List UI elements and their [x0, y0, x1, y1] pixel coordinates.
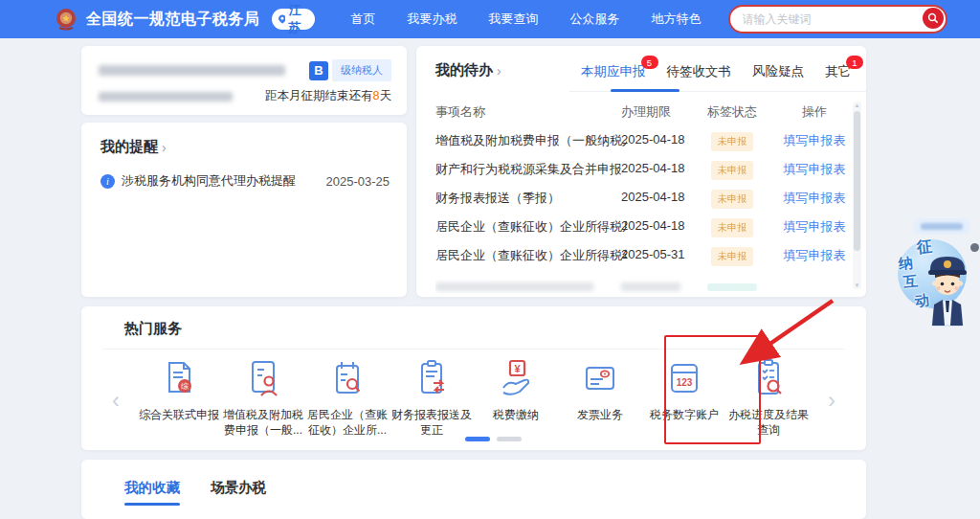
my-reminders-card: 我的提醒 › i 涉税服务机构同意代理办税提醒 2025-03-25 — [81, 123, 407, 297]
my-todo-card: 我的待办 › 本期应申报 5 待签收文书 风险疑点 其它 1 事项名称 办理期限… — [416, 46, 866, 297]
fill-declaration-link[interactable]: 填写申报表 — [784, 162, 846, 176]
document-seal-icon: 综 — [157, 356, 201, 400]
tab-my-favorites[interactable]: 我的收藏 — [124, 479, 180, 497]
interaction-assistant-widget[interactable]: 征 纳 互 动 — [890, 213, 980, 329]
favorites-tabs: 我的收藏 场景办税 — [124, 479, 266, 497]
item-name: 增值税及附加税费申报（一般纳税人... — [435, 132, 627, 149]
action-cell: 填写申报表 — [768, 132, 860, 149]
tax-bureau-emblem-icon — [54, 7, 78, 32]
action-cell: 填写申报表 — [768, 218, 860, 236]
search-input[interactable] — [741, 11, 946, 27]
reminder-label: 涉税服务机构同意代理办税提醒 — [122, 172, 296, 190]
status-badge: 未申报 — [711, 132, 753, 151]
assistant-chat-bubble[interactable] — [913, 218, 970, 235]
status-cell: 未申报 — [694, 247, 770, 266]
todo-tabs: 本期应申报 5 待签收文书 风险疑点 其它 1 — [581, 63, 851, 80]
calendar-search-icon — [325, 356, 369, 400]
scrollbar-thumb[interactable] — [854, 111, 860, 251]
table-row: 财产和行为税税源采集及合并申报 2025-04-18 未申报 填写申报表 — [416, 161, 866, 188]
assistant-char: 纳 — [898, 254, 914, 273]
nav-item-handle-tax[interactable]: 我要办税 — [408, 11, 457, 28]
item-name: 财产和行为税税源采集及合并申报 — [435, 161, 627, 178]
clipboard-swap-icon — [410, 356, 454, 400]
tab-badge-count: 5 — [641, 56, 658, 69]
fill-declaration-link[interactable]: 填写申报表 — [784, 191, 846, 205]
fill-declaration-link[interactable]: 填写申报表 — [784, 133, 846, 147]
todo-title: 我的待办 — [435, 61, 493, 79]
carousel-dots — [465, 437, 522, 441]
nav-item-public-service[interactable]: 公众服务 — [570, 11, 620, 28]
col-status: 标签状态 — [694, 103, 770, 121]
service-vat-declaration[interactable]: 增值税及附加税费申报（一般... — [221, 356, 305, 438]
reminder-item[interactable]: i 涉税服务机构同意代理办税提醒 2025-03-25 — [100, 172, 390, 190]
status-badge: 未申报 — [711, 247, 753, 266]
location-selector[interactable]: 江苏 — [272, 9, 315, 30]
credit-grade-badge: B — [309, 61, 328, 80]
action-cell: 填写申报表 — [768, 247, 860, 264]
credit-grade-label: 级纳税人 — [332, 59, 391, 81]
reminders-title: 我的提醒 — [100, 138, 158, 156]
tab-others[interactable]: 其它 1 — [825, 63, 851, 80]
active-tab-indicator — [124, 503, 180, 506]
fill-declaration-link[interactable]: 填写申报表 — [784, 248, 846, 262]
carousel-dot[interactable] — [497, 437, 522, 441]
action-cell: 填写申报表 — [768, 190, 860, 207]
filing-deadline-text: 距本月征期结束还有8天 — [265, 88, 391, 104]
scroll-down-icon[interactable]: ▼ — [853, 282, 861, 288]
main-nav: 首页 我要办税 我要查询 公众服务 地方特色 — [351, 11, 702, 28]
chevron-right-icon[interactable]: › — [162, 140, 167, 155]
etax-portal-page: 全国统一规范电子税务局 江苏 首页 我要办税 我要查询 公众服务 地方特色 — [0, 0, 980, 519]
tab-current-declarations[interactable]: 本期应申报 5 — [581, 63, 646, 80]
service-digital-tax-account[interactable]: 123 税务数字账户 — [642, 356, 726, 438]
scroll-up-icon[interactable]: ▲ — [853, 102, 861, 108]
nav-item-local-features[interactable]: 地方特色 — [652, 11, 702, 28]
services-carousel: 综 综合关联式申报 增值税及附加税费申报（一般... — [137, 356, 811, 438]
service-comprehensive-declaration[interactable]: 综 综合关联式申报 — [137, 356, 221, 438]
tab-documents-to-sign[interactable]: 待签收文书 — [667, 63, 732, 80]
service-progress-result-query[interactable]: 办税进度及结果查询 — [726, 356, 811, 438]
nav-item-query[interactable]: 我要查询 — [489, 11, 539, 28]
svg-text:123: 123 — [677, 377, 693, 388]
status-badge: 未申报 — [711, 218, 753, 237]
tab-scenario-tax[interactable]: 场景办税 — [211, 479, 266, 497]
invoice-stamp-icon — [578, 356, 622, 400]
item-name-redacted — [435, 280, 627, 294]
taxpayer-info-card: B 级纳税人 距本月征期结束还有8天 — [81, 46, 407, 115]
search-button[interactable] — [923, 8, 944, 29]
digital-account-icon: 123 — [662, 356, 706, 400]
table-row-partial — [416, 280, 866, 297]
status-cell: 未申报 — [694, 218, 770, 237]
chevron-right-icon[interactable]: › — [497, 63, 501, 79]
carousel-left-icon[interactable]: ‹ — [112, 389, 120, 412]
item-name: 居民企业（查账征收）企业所得税年... — [435, 247, 627, 264]
table-row: 居民企业（查账征收）企业所得税月... 2025-04-18 未申报 填写申报表 — [416, 218, 866, 245]
service-invoice-business[interactable]: 发票业务 — [558, 356, 642, 438]
assistant-collapse-button[interactable] — [970, 243, 979, 252]
active-tab-indicator — [611, 89, 679, 92]
favorites-card: 我的收藏 场景办税 — [81, 460, 866, 519]
table-scrollbar[interactable]: ▲ ▼ — [853, 102, 861, 289]
table-row: 财务报表报送（季报） 2025-04-18 未申报 填写申报表 — [416, 190, 866, 216]
service-resident-enterprise-income-tax[interactable]: 居民企业（查账征收）企业所... — [305, 356, 390, 438]
company-name-redacted — [99, 65, 285, 76]
top-navigation-bar: 全国统一规范电子税务局 江苏 首页 我要办税 我要查询 公众服务 地方特色 — [0, 0, 980, 38]
carousel-dot-active[interactable] — [465, 437, 490, 441]
service-financial-statements[interactable]: 财务报表报送及更正 — [390, 356, 474, 438]
service-tax-payment[interactable]: ¥ 税费缴纳 — [474, 356, 558, 438]
item-name: 财务报表报送（季报） — [435, 190, 627, 207]
reminder-date: 2025-03-25 — [326, 174, 390, 189]
search-box — [728, 5, 947, 34]
tab-risk-points[interactable]: 风险疑点 — [752, 63, 804, 80]
nav-item-home[interactable]: 首页 — [351, 11, 376, 28]
action-cell: 填写申报表 — [768, 161, 860, 178]
svg-text:综: 综 — [181, 382, 189, 391]
taxpayer-id-redacted — [99, 92, 233, 102]
document-person-icon — [241, 356, 285, 400]
fill-declaration-link[interactable]: 填写申报表 — [784, 219, 846, 234]
hand-money-icon: ¥ — [494, 356, 538, 400]
hot-services-title: 热门服务 — [124, 320, 182, 338]
status-badge: 未申报 — [711, 161, 753, 180]
bubble-text-redacted — [921, 223, 963, 230]
clipboard-search-icon — [746, 356, 791, 400]
carousel-right-icon[interactable]: › — [828, 389, 835, 412]
